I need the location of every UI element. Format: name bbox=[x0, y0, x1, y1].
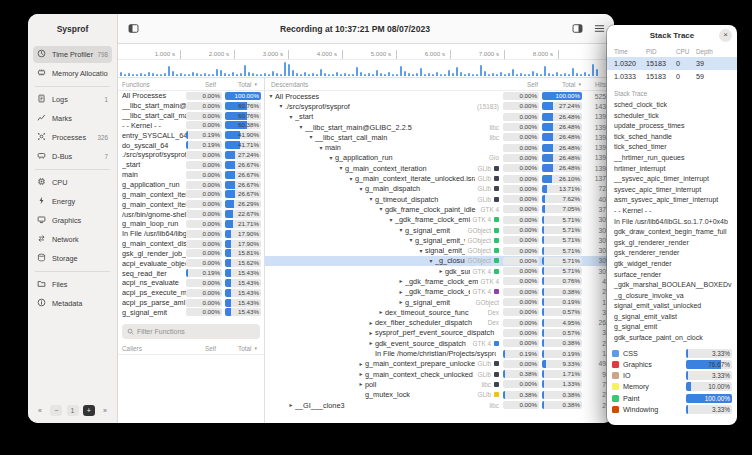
expander-icon[interactable]: ▾ bbox=[287, 114, 295, 120]
col-cpu[interactable]: CPU bbox=[676, 48, 696, 55]
stack-frame[interactable]: g_signal_emit_valist bbox=[607, 312, 737, 323]
expander-icon[interactable]: ▾ bbox=[317, 145, 325, 151]
function-row[interactable]: g_main_context_disp 0.00% 17.90% bbox=[118, 239, 264, 249]
descendant-row[interactable]: ▸ dex_timeout_source_func Dex 0.00% 0.57… bbox=[265, 307, 614, 317]
function-row[interactable]: g_main_context_itera 0.00% 26.29% bbox=[118, 199, 264, 209]
descendant-row[interactable]: ▾ _g_closure_invoke_va GObject 0.00% 5.7… bbox=[265, 256, 614, 266]
stack-frame[interactable]: gsk_renderer_render bbox=[607, 248, 737, 259]
expander-icon[interactable]: ▾ bbox=[347, 176, 355, 182]
descendant-row[interactable]: ▾ ./src/sysprof/sysprof (15183) 0.00% 27… bbox=[265, 101, 614, 111]
skip-back-button[interactable]: « bbox=[34, 405, 46, 416]
function-row[interactable]: _start 0.00% 26.67% bbox=[118, 160, 264, 170]
stack-frame[interactable]: gdk_surface_paint_on_clock bbox=[607, 333, 737, 344]
sidebar-item-files[interactable]: Files bbox=[33, 276, 112, 293]
expander-icon[interactable]: ▾ bbox=[297, 124, 305, 130]
descendant-row[interactable]: g_mutex_lock GLib 0.38% 0.38% 2 bbox=[265, 390, 614, 400]
expander-icon[interactable]: ▸ bbox=[367, 330, 375, 336]
sidebar-item-network[interactable]: Network bbox=[33, 231, 112, 248]
descendant-row[interactable]: ▾ __libc_start_call_main libc 0.00% 26.4… bbox=[265, 132, 614, 142]
stack-frame[interactable]: signal_emit_valist_unlocked bbox=[607, 301, 737, 312]
close-icon[interactable]: × bbox=[719, 29, 732, 42]
sidebar-item-processes[interactable]: Processes 326 bbox=[33, 129, 112, 146]
col-descendants[interactable]: Descendants bbox=[271, 81, 506, 88]
function-row[interactable]: g_main_context_itera 0.00% 26.67% bbox=[118, 189, 264, 199]
sidebar-item-logs[interactable]: Logs 1 bbox=[33, 91, 112, 108]
sidebar-item-cpu[interactable]: CPU bbox=[33, 174, 112, 191]
col-time[interactable]: Time bbox=[614, 48, 646, 55]
stack-frame[interactable]: hrtimer_interrupt bbox=[607, 164, 737, 175]
function-row[interactable]: __libc_start_main@G 0.00% 60.76% bbox=[118, 101, 264, 111]
col-desc-self[interactable]: Self bbox=[506, 81, 542, 88]
expander-icon[interactable]: ▾ bbox=[427, 258, 435, 264]
descendant-row[interactable]: ▸ dex_fiber_scheduler_dispatch Dex 0.00%… bbox=[265, 318, 614, 328]
stack-frame[interactable]: __sysvec_apic_timer_interrupt bbox=[607, 174, 737, 185]
panel-toggle-icon[interactable] bbox=[569, 21, 585, 36]
stack-frame[interactable]: _g_closure_invoke_va bbox=[607, 291, 737, 302]
stack-frame[interactable]: gsk_gl_renderer_render bbox=[607, 238, 737, 249]
descendant-row[interactable]: ▸ _gdk_frame_clock_emit_update GTK 4 0.0… bbox=[265, 276, 614, 286]
descendant-row[interactable]: ▾ _gdk_frame_clock_emit_paint GTK 4 0.00… bbox=[265, 215, 614, 225]
function-row[interactable]: All Processes 0.00% 100.00% bbox=[118, 91, 264, 101]
function-row[interactable]: acpi_ps_execute_met 0.00% 15.43% bbox=[118, 288, 264, 298]
col-total[interactable]: Total▼ bbox=[222, 81, 260, 88]
descendant-row[interactable]: ▾ g_timeout_dispatch GLib 0.00% 7.62% 40 bbox=[265, 194, 614, 204]
expander-icon[interactable]: ▾ bbox=[367, 196, 375, 202]
stack-frame[interactable]: _gdk_marshal_BOOLEAN__BOXEDv bbox=[607, 280, 737, 291]
sidebar-item-d-bus[interactable]: D-Bus 7 bbox=[33, 148, 112, 165]
function-row[interactable]: acpi_ps_parse_aml 0.00% 15.43% bbox=[118, 298, 264, 308]
col-desc-hits[interactable]: Hits bbox=[582, 81, 606, 88]
sidebar-item-time-profiler[interactable]: Time Profiler 798 bbox=[33, 46, 112, 63]
col-callers-self[interactable]: Self bbox=[184, 345, 222, 352]
descendant-row[interactable]: ▾ gdk_frame_clock_paint_idle GTK 4 0.00%… bbox=[265, 204, 614, 214]
menu-icon[interactable] bbox=[591, 21, 607, 36]
descendant-row[interactable]: ▾ All Processes 0.00% 100.00% 525 bbox=[265, 91, 614, 101]
function-row[interactable]: gsk_gl_render_job_vi 0.00% 15.81% bbox=[118, 249, 264, 259]
descendant-row[interactable]: ▾ __libc_start_main@GLIBC_2.2.5 libc 0.0… bbox=[265, 122, 614, 132]
function-row[interactable]: - - Kernel - - 0.00% 60.38% bbox=[118, 121, 264, 131]
descendant-row[interactable]: ▾ g_main_dispatch GLib 0.00% 13.71% 72 bbox=[265, 184, 614, 194]
descendant-row[interactable]: ▸ __GI___clone3 libc 0.00% 0.38% 2 bbox=[265, 400, 614, 410]
function-row[interactable]: acpi_evaluate_object 0.00% 15.62% bbox=[118, 258, 264, 268]
expander-icon[interactable]: ▸ bbox=[397, 289, 405, 295]
function-row[interactable]: /usr/bin/gnome-shell 0.00% 22.67% bbox=[118, 209, 264, 219]
descendant-row[interactable]: ▸ _gdk_frame_clock_emit_layout GTK 4 0.0… bbox=[265, 287, 614, 297]
zoom-in-button[interactable]: + bbox=[83, 405, 95, 416]
expander-icon[interactable]: ▸ bbox=[287, 402, 295, 408]
sample-row[interactable]: 1.0320 15183 0 39 bbox=[607, 57, 737, 70]
descendant-row[interactable]: ▸ gdk_surface_paint_on_clock GTK 4 0.00%… bbox=[265, 266, 614, 276]
function-row[interactable]: acpi_ns_evaluate 0.00% 15.43% bbox=[118, 278, 264, 288]
function-row[interactable]: entry_SYSCALL_64_a 0.19% 41.90% bbox=[118, 130, 264, 140]
descendant-row[interactable]: In File /home/christian/Projects/sysprof… bbox=[265, 348, 614, 358]
stack-frame[interactable]: scheduler_tick bbox=[607, 111, 737, 122]
stack-frame[interactable]: update_process_times bbox=[607, 121, 737, 132]
descendant-row[interactable]: ▾ signal_emit_valist_unlocked GObject 0.… bbox=[265, 245, 614, 255]
stack-frame[interactable]: gdk_draw_context_begin_frame_full bbox=[607, 227, 737, 238]
sidebar-item-marks[interactable]: Marks bbox=[33, 110, 112, 127]
descendant-row[interactable]: ▸ sysprof_perf_event_source_dispatch 0.0… bbox=[265, 328, 614, 338]
expander-icon[interactable]: ▸ bbox=[377, 309, 385, 315]
expander-icon[interactable]: ▾ bbox=[407, 237, 415, 243]
descendant-row[interactable]: ▸ gdk_event_source_dispatch GTK 4 0.00% … bbox=[265, 338, 614, 348]
stack-frame[interactable]: g_signal_emit bbox=[607, 322, 737, 333]
stack-frame[interactable]: sysvec_apic_timer_interrupt bbox=[607, 185, 737, 196]
stack-frame[interactable]: __hrtimer_run_queues bbox=[607, 153, 737, 164]
expander-icon[interactable]: ▾ bbox=[277, 103, 285, 109]
expander-icon[interactable]: ▸ bbox=[357, 361, 365, 367]
function-row[interactable]: do_syscall_64 0.19% 41.71% bbox=[118, 140, 264, 150]
expander-icon[interactable]: ▾ bbox=[327, 155, 335, 161]
sidebar-item-memory-allocations[interactable]: Memory Allocations bbox=[33, 65, 112, 82]
expander-icon[interactable]: ▸ bbox=[367, 320, 375, 326]
zoom-reset-button[interactable]: 1 bbox=[67, 405, 79, 416]
descendant-row[interactable]: ▸ g_signal_emit GObject 0.00% 0.19% 1 bbox=[265, 297, 614, 307]
col-desc-total[interactable]: Total▼ bbox=[542, 81, 582, 88]
stack-frame[interactable]: tick_sched_handle bbox=[607, 132, 737, 143]
cpu-activity-sparkline[interactable] bbox=[118, 60, 614, 78]
function-row[interactable]: g_application_run 0.00% 26.67% bbox=[118, 180, 264, 190]
descendant-row[interactable]: ▸ poll libc 0.00% 1.33% 7 bbox=[265, 379, 614, 389]
descendant-row[interactable]: ▾ g_main_context_iteration GLib 0.00% 26… bbox=[265, 163, 614, 173]
stack-frame[interactable]: gtk_widget_render bbox=[607, 259, 737, 270]
sidebar-item-metadata[interactable]: Metadata bbox=[33, 295, 112, 312]
sidebar-item-storage[interactable]: Storage bbox=[33, 250, 112, 267]
sidebar-item-energy[interactable]: Energy bbox=[33, 193, 112, 210]
function-row[interactable]: main 0.00% 26.67% bbox=[118, 170, 264, 180]
